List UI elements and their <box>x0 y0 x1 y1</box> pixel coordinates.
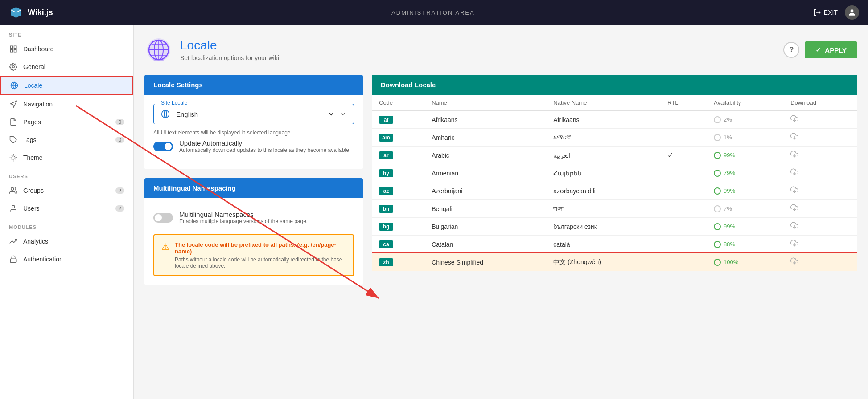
users-section-label: Users <box>0 167 133 182</box>
apply-label: APPLY <box>825 46 847 54</box>
update-auto-toggle[interactable] <box>153 142 173 151</box>
locale-select[interactable]: English Afrikaans Arabic Chinese Simplif… <box>174 110 335 118</box>
exit-button[interactable]: EXIT <box>813 8 838 16</box>
svg-rect-1 <box>10 46 12 48</box>
availability-circle <box>714 223 721 230</box>
cloud-download-icon <box>790 114 798 122</box>
sidebar-item-general[interactable]: General <box>0 58 133 76</box>
availability-cell: 88% <box>714 241 776 248</box>
svg-rect-28 <box>153 59 164 61</box>
cell-availability: 1% <box>707 129 783 147</box>
sidebar-item-users[interactable]: Users 2 <box>0 200 133 217</box>
help-button[interactable]: ? <box>783 42 799 58</box>
logo-text: Wiki.js <box>28 8 53 17</box>
download-button[interactable] <box>790 114 798 125</box>
sidebar-item-analytics[interactable]: Analytics <box>0 232 133 250</box>
sidebar-item-label: Users <box>23 205 40 212</box>
cell-name: Armenian <box>424 164 546 182</box>
multilingual-toggle[interactable] <box>153 213 173 223</box>
availability-cell: 7% <box>714 205 776 212</box>
sidebar-item-theme[interactable]: Theme <box>0 149 133 167</box>
locale-select-row: English Afrikaans Arabic Chinese Simplif… <box>161 110 346 118</box>
download-button[interactable] <box>790 239 798 249</box>
warning-sub-text: Paths without a locale code will be auto… <box>175 256 346 269</box>
availability-cell: 100% <box>714 259 776 266</box>
sidebar-item-dashboard[interactable]: Dashboard <box>0 40 133 58</box>
col-rtl: RTL <box>660 95 707 111</box>
cell-code: ar <box>372 147 424 164</box>
cell-code: az <box>372 182 424 200</box>
sidebar-item-label: Authentication <box>23 256 63 263</box>
download-button[interactable] <box>790 204 798 214</box>
col-native: Native Name <box>546 95 660 111</box>
table-row: azAzerbaijaniazərbaycan dili99% <box>372 182 857 200</box>
sidebar-item-navigation[interactable]: Navigation <box>0 95 133 113</box>
availability-circle <box>714 134 721 141</box>
sidebar-item-groups[interactable]: Groups 2 <box>0 182 133 200</box>
user-avatar[interactable] <box>845 5 859 20</box>
download-button[interactable] <box>790 150 798 160</box>
cell-name: Arabic <box>424 147 546 164</box>
cell-download <box>783 200 857 218</box>
sidebar-item-pages[interactable]: Pages 0 <box>0 113 133 131</box>
availability-percent: 88% <box>724 241 735 248</box>
sidebar-item-label: Tags <box>23 136 37 143</box>
table-header-row: Code Name Native Name RTL Availability D… <box>372 95 857 111</box>
availability-circle <box>714 116 721 123</box>
svg-point-5 <box>12 66 15 68</box>
update-auto-label: Update Automatically <box>179 139 350 147</box>
download-button[interactable] <box>790 257 798 267</box>
download-button[interactable] <box>790 132 798 142</box>
cell-name: Bulgarian <box>424 218 546 236</box>
availability-circle <box>714 205 721 212</box>
download-button[interactable] <box>790 168 798 178</box>
locale-table: Code Name Native Name RTL Availability D… <box>372 95 857 271</box>
col-availability: Availability <box>707 95 783 111</box>
cell-rtl <box>660 111 707 129</box>
cell-rtl: ✓ <box>660 147 707 164</box>
cell-native: 中文 (Zhōngwén) <box>546 253 660 271</box>
availability-percent: 7% <box>724 205 732 212</box>
cell-download <box>783 182 857 200</box>
sidebar-item-locale[interactable]: Locale <box>0 76 133 95</box>
lang-badge: am <box>379 134 393 142</box>
availability-circle <box>714 152 721 159</box>
logo-icon <box>9 5 23 20</box>
download-button[interactable] <box>790 221 798 232</box>
cell-rtl <box>660 164 707 182</box>
site-locale-hint: All UI text elements will be displayed i… <box>153 130 354 136</box>
cell-code: af <box>372 111 424 129</box>
sidebar-item-label: Pages <box>23 118 41 126</box>
cell-availability: 2% <box>707 111 783 129</box>
cloud-download-icon <box>790 204 798 212</box>
availability-circle <box>714 259 721 266</box>
cloud-download-icon <box>790 257 798 265</box>
globe-select-icon <box>161 110 170 118</box>
table-row: amAmharicአማርኛ1% <box>372 129 857 147</box>
lang-badge: zh <box>379 258 393 266</box>
table-row: bgBulgarianбългарски език99% <box>372 218 857 236</box>
multilingual-toggle-hint: Enables multiple language versions of th… <box>179 218 308 224</box>
col-name: Name <box>424 95 546 111</box>
cell-rtl <box>660 253 707 271</box>
cell-native: български език <box>546 218 660 236</box>
svg-rect-2 <box>14 46 16 48</box>
svg-rect-3 <box>14 50 16 52</box>
cell-availability: 99% <box>707 218 783 236</box>
page-header-left: Locale Set localization options for your… <box>144 36 279 64</box>
sidebar-item-authentication[interactable]: Authentication <box>0 250 133 268</box>
sidebar-item-tags[interactable]: Tags 0 <box>0 131 133 149</box>
cell-download <box>783 129 857 147</box>
download-button[interactable] <box>790 186 798 196</box>
cell-code: ca <box>372 236 424 253</box>
cell-download <box>783 236 857 253</box>
content-area: Locale Set localization options for your… <box>134 25 868 399</box>
cell-name: Bengali <box>424 200 546 218</box>
availability-cell: 2% <box>714 116 776 123</box>
groups-badge: 2 <box>115 187 124 194</box>
availability-percent: 1% <box>724 134 732 141</box>
apply-button[interactable]: ✓ APPLY <box>805 41 857 58</box>
cloud-download-icon <box>790 168 798 176</box>
svg-point-18 <box>11 187 14 190</box>
availability-percent: 99% <box>724 152 735 159</box>
